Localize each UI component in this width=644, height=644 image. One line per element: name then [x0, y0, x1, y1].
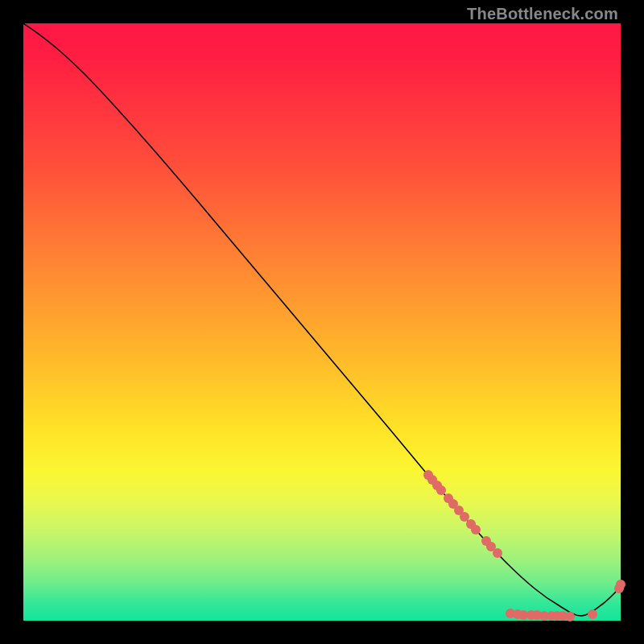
data-marker [493, 548, 502, 558]
data-marker [471, 525, 481, 535]
chart-overlay [23, 23, 621, 621]
data-marker [588, 609, 597, 619]
data-marker [565, 612, 575, 621]
data-marker [436, 485, 446, 495]
bottleneck-curve [23, 23, 621, 616]
chart-container: TheBottleneck.com [0, 0, 644, 644]
watermark-label: TheBottleneck.com [467, 5, 618, 23]
marker-group [423, 470, 625, 621]
data-marker [460, 512, 469, 522]
data-marker [616, 580, 625, 589]
